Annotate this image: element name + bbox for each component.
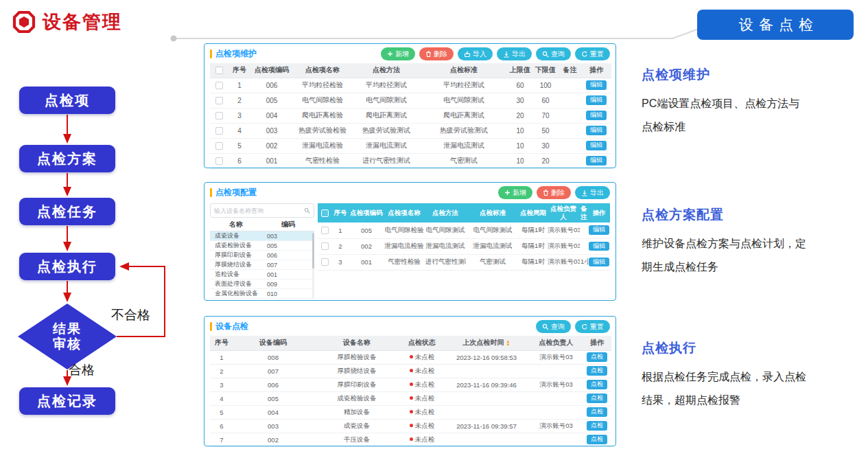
table-cell: 1小时 <box>580 254 588 270</box>
inspect-button[interactable]: 点检 <box>587 435 607 444</box>
inspection-item-table: 序号点检项编码点检项名称点检方法点检标准上限值下限值备注操作 1006平均粒径检… <box>210 63 611 169</box>
checkbox[interactable] <box>321 227 329 234</box>
checkbox[interactable] <box>321 209 329 217</box>
edit-button[interactable]: 编辑 <box>586 111 607 120</box>
checkbox-cell <box>210 123 228 138</box>
checkbox-cell <box>210 63 228 78</box>
panel1-title: 点检项维护 <box>215 48 257 60</box>
device-list-item[interactable]: 金属化检验设备010 <box>210 289 314 299</box>
flow-node-result-review: 结果 审核 <box>18 304 117 369</box>
edit-button[interactable]: 编辑 <box>589 258 609 267</box>
column-header: 点检负责人 <box>547 203 580 223</box>
checkbox[interactable] <box>215 127 223 135</box>
device-list-item[interactable]: 表面处理设备009 <box>210 280 314 289</box>
inspect-button[interactable]: 点检 <box>587 352 607 362</box>
refresh-icon <box>581 323 588 330</box>
column-header: 上限值 <box>508 63 532 78</box>
device-list-item[interactable]: 成瓷设备003 <box>210 231 314 241</box>
checkbox[interactable] <box>215 112 223 119</box>
edit-button[interactable]: 编辑 <box>586 141 607 150</box>
reset-button[interactable]: 重置 <box>575 47 610 60</box>
export-button[interactable]: 导出 <box>497 47 532 60</box>
device-list-item[interactable]: 造粒设备001 <box>210 270 314 280</box>
table-row: 4003热疲劳试验检验热疲劳试验测试热疲劳试验测试1050编辑 <box>210 123 611 138</box>
device-list-item[interactable]: 厚膜印刷设备006 <box>210 251 314 260</box>
edit-button[interactable]: 编辑 <box>586 80 607 90</box>
device-name: 金属化检验设备 <box>210 289 262 298</box>
import-button-label: 导入 <box>473 51 486 58</box>
status-badge: 未点检 <box>415 353 435 361</box>
inspect-button[interactable]: 点检 <box>587 394 607 403</box>
table-cell: 平均粒径测试 <box>420 78 508 93</box>
device-code: 007 <box>262 262 314 269</box>
table-cell: 30 <box>508 93 532 108</box>
device-name: 厚膜烧结设备 <box>210 260 262 269</box>
table-cell: 演示账号03 <box>530 350 583 364</box>
edit-button[interactable]: 编辑 <box>589 225 609 235</box>
edit-button[interactable]: 编辑 <box>586 156 607 166</box>
scrollbar-thumb[interactable] <box>312 233 314 269</box>
edit-button[interactable]: 编辑 <box>589 242 609 251</box>
device-search-input[interactable] <box>214 207 302 214</box>
column-header: 点检项编码 <box>349 203 384 223</box>
table-cell <box>443 364 530 378</box>
table-cell: 5 <box>228 138 251 153</box>
slide: 设备管理 设备点检 点检项 点检方案 点检任务 点检执行 结果 审核 点检记录 … <box>0 0 868 456</box>
table-cell: 电气间隙测试 <box>425 223 466 238</box>
checkbox-cell <box>318 203 331 223</box>
inspect-button[interactable]: 点检 <box>587 366 607 376</box>
query-button[interactable]: 查询 <box>536 320 571 333</box>
edit-button[interactable]: 编辑 <box>586 95 607 105</box>
table-cell: 气密测试 <box>466 254 519 270</box>
module-button[interactable]: 设备点检 <box>697 10 854 40</box>
export-button[interactable]: 导出 <box>575 186 610 199</box>
inspect-button[interactable]: 点检 <box>587 407 607 417</box>
diamond-label-line2: 审核 <box>53 337 82 352</box>
annotation-execution: 点检执行 根据点检任务完成点检，录入点检结果，超期点检报警 <box>642 339 861 411</box>
checkbox[interactable] <box>321 258 329 266</box>
scrollbar[interactable] <box>312 233 314 299</box>
inspect-button[interactable]: 点检 <box>587 421 607 431</box>
query-button[interactable]: 查询 <box>536 47 571 60</box>
table-cell: 50 <box>532 123 559 138</box>
checkbox[interactable] <box>215 82 223 89</box>
device-list-item[interactable]: 成瓷检验设备005 <box>210 241 314 251</box>
add-button[interactable]: 新增 <box>381 47 415 60</box>
checkbox[interactable] <box>215 142 223 150</box>
device-code: 003 <box>262 233 314 240</box>
column-header: 点检标准 <box>420 63 508 78</box>
flow-arrows <box>0 76 178 405</box>
delete-button[interactable]: 删除 <box>537 186 571 199</box>
inspect-button[interactable]: 点检 <box>587 380 607 389</box>
checkbox-cell <box>210 138 228 153</box>
reset-button[interactable]: 重置 <box>575 320 610 333</box>
table-cell: 006 <box>251 78 292 93</box>
table-cell: 002 <box>233 433 313 446</box>
device-list: 成瓷设备003成瓷检验设备005厚膜印刷设备006厚膜烧结设备007造粒设备00… <box>210 231 314 299</box>
refresh-icon <box>581 51 588 58</box>
table-cell: 进行气密性测试 <box>425 254 466 270</box>
table-cell: 厚膜烧结设备 <box>313 364 401 378</box>
add-button[interactable]: 新增 <box>498 186 532 199</box>
annotation-body: 维护设备点检方案与点检计划，定期生成点检任务 <box>642 232 806 278</box>
device-list-header: 名称 编码 <box>210 218 314 231</box>
edit-button[interactable]: 编辑 <box>586 126 607 135</box>
table-cell <box>530 433 583 446</box>
accent-bar <box>210 322 212 331</box>
device-code: 006 <box>262 252 314 259</box>
sort-icon[interactable]: ▲▼ <box>506 340 511 347</box>
checkbox[interactable] <box>215 67 223 74</box>
delete-button[interactable]: 删除 <box>419 47 454 60</box>
import-button[interactable]: 导入 <box>458 47 493 60</box>
checkbox[interactable] <box>215 157 223 165</box>
table-cell: 热疲劳试验检验 <box>292 123 353 138</box>
table-cell: 演示账号03 <box>547 223 580 238</box>
table-cell: 3 <box>331 254 349 270</box>
checkbox[interactable] <box>321 242 329 250</box>
checkbox[interactable] <box>215 97 223 104</box>
device-list-item[interactable]: 厚膜烧结设备007 <box>210 260 314 270</box>
table-cell: 001 <box>251 153 292 168</box>
brand-logo-icon <box>12 10 36 34</box>
flow-node-inspection-task: 点检任务 <box>19 198 115 225</box>
table-row: 1006平均粒径检验平均粒径测试平均粒径测试60100编辑 <box>210 78 611 93</box>
